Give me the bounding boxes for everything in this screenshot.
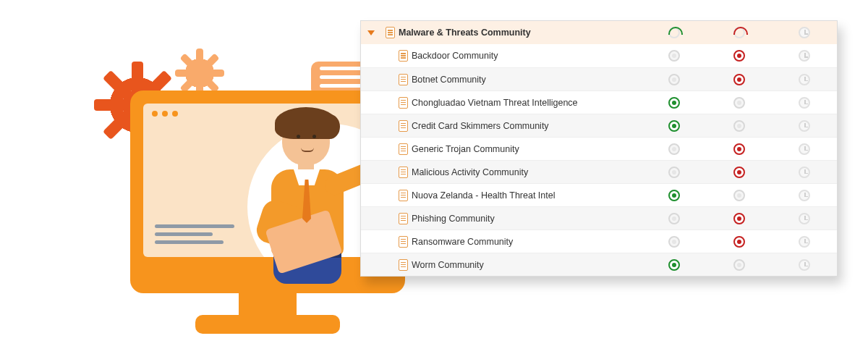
community-row-label: Ransomware Community	[412, 237, 642, 247]
monitor-stand	[239, 293, 297, 318]
status-radio-pending[interactable]	[799, 50, 810, 62]
document-icon	[394, 190, 412, 201]
status-radio-block[interactable]	[733, 74, 745, 85]
status-radio-allow[interactable]	[668, 259, 680, 271]
document-icon	[381, 27, 399, 38]
document-icon	[394, 74, 412, 85]
status-radio-pending[interactable]	[799, 120, 810, 132]
status-radio-block[interactable]	[733, 27, 745, 38]
community-row-label: Worm Community	[412, 260, 642, 270]
community-row-label: Generic Trojan Community	[412, 144, 642, 154]
status-radio-allow[interactable]	[668, 97, 680, 109]
status-radio-block[interactable]	[733, 143, 745, 155]
community-row[interactable]: Phishing Community	[361, 206, 837, 230]
document-icon	[394, 120, 412, 132]
community-header-label: Malware & Threats Community	[399, 28, 642, 38]
status-radio-pending[interactable]	[799, 74, 810, 85]
community-row-label: Backdoor Community	[412, 51, 642, 61]
status-radio-pending[interactable]	[799, 143, 810, 155]
status-radio-pending[interactable]	[799, 27, 810, 38]
status-radio-block[interactable]	[733, 97, 745, 109]
status-radio-allow[interactable]	[668, 50, 680, 62]
community-row-label: Nuova Zelanda - Health Threat Intel	[412, 190, 642, 201]
community-row-label: Malicious Activity Community	[412, 167, 642, 177]
monitor-base	[195, 315, 340, 334]
status-radio-block[interactable]	[733, 259, 745, 271]
status-radio-pending[interactable]	[799, 190, 810, 201]
community-row[interactable]: Chongluadao Vietnam Threat Intelligence	[361, 90, 837, 114]
status-radio-pending[interactable]	[799, 259, 810, 271]
document-icon	[394, 167, 412, 178]
status-radio-pending[interactable]	[799, 236, 810, 248]
communities-panel: Malware & Threats Community Backdoor Com…	[360, 20, 838, 277]
status-radio-allow[interactable]	[668, 143, 680, 155]
status-radio-allow[interactable]	[668, 27, 680, 38]
status-radio-block[interactable]	[733, 50, 745, 62]
community-row[interactable]: Credit Card Skimmers Community	[361, 114, 837, 137]
document-icon	[394, 259, 412, 271]
status-radio-block[interactable]	[733, 120, 745, 132]
status-radio-allow[interactable]	[668, 167, 680, 178]
community-row[interactable]: Malicious Activity Community	[361, 160, 837, 183]
gear-icon	[179, 53, 220, 93]
document-icon	[394, 50, 412, 62]
community-header-row[interactable]: Malware & Threats Community	[361, 21, 837, 44]
community-row[interactable]: Worm Community	[361, 253, 837, 276]
status-radio-pending[interactable]	[799, 213, 810, 224]
community-row[interactable]: Botnet Community	[361, 67, 837, 90]
status-radio-allow[interactable]	[668, 120, 680, 132]
community-row[interactable]: Ransomware Community	[361, 230, 837, 253]
status-radio-pending[interactable]	[799, 167, 810, 178]
status-radio-block[interactable]	[733, 167, 745, 178]
community-row-label: Botnet Community	[412, 75, 642, 85]
status-radio-allow[interactable]	[668, 213, 680, 224]
document-icon	[394, 143, 412, 155]
status-radio-block[interactable]	[733, 236, 745, 248]
community-row-label: Chongluadao Vietnam Threat Intelligence	[412, 98, 642, 108]
status-radio-allow[interactable]	[668, 236, 680, 248]
document-icon	[394, 213, 412, 224]
status-radio-block[interactable]	[733, 190, 745, 201]
status-radio-block[interactable]	[733, 213, 745, 224]
chevron-down-icon	[367, 30, 375, 35]
status-radio-pending[interactable]	[799, 97, 810, 109]
community-row[interactable]: Backdoor Community	[361, 44, 837, 67]
document-icon	[394, 236, 412, 248]
expand-toggle[interactable]	[361, 30, 381, 35]
community-row[interactable]: Nuova Zelanda - Health Threat Intel	[361, 183, 837, 206]
community-row-label: Phishing Community	[412, 214, 642, 224]
community-row[interactable]: Generic Trojan Community	[361, 137, 837, 160]
community-row-label: Credit Card Skimmers Community	[412, 121, 642, 131]
document-icon	[394, 97, 412, 109]
status-radio-allow[interactable]	[668, 74, 680, 85]
status-radio-allow[interactable]	[668, 190, 680, 201]
